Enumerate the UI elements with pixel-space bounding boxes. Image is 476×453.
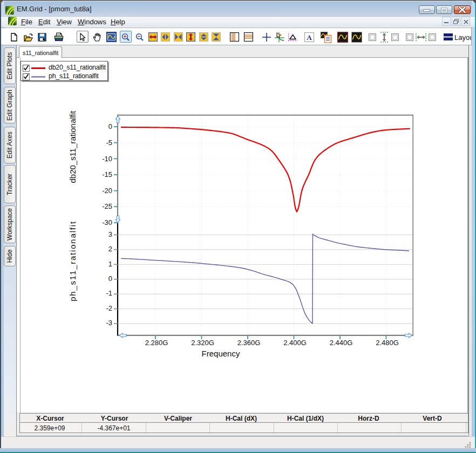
svg-text:2: 2 xyxy=(108,245,112,253)
svg-text:0: 0 xyxy=(108,274,112,283)
svg-text:-25: -25 xyxy=(102,202,112,210)
svg-text:2.480G: 2.480G xyxy=(376,339,399,347)
svg-text:-15: -15 xyxy=(102,170,112,179)
svg-text:0: 0 xyxy=(108,122,112,131)
svg-text:-3: -3 xyxy=(106,319,112,327)
svg-text:-20: -20 xyxy=(102,187,112,195)
svg-text:-10: -10 xyxy=(102,155,112,163)
svg-text:ph_s11_rationalfit: ph_s11_rationalfit xyxy=(68,221,77,301)
svg-text:3: 3 xyxy=(108,230,112,238)
svg-text:db20_s11_rationalfit: db20_s11_rationalfit xyxy=(68,111,77,183)
svg-text:-1: -1 xyxy=(106,289,112,297)
svg-text:-5: -5 xyxy=(106,139,112,147)
svg-text:2.440G: 2.440G xyxy=(330,339,353,347)
svg-text:2.320G: 2.320G xyxy=(191,339,214,347)
svg-text:Frequency: Frequency xyxy=(202,349,240,358)
svg-text:-2: -2 xyxy=(106,304,112,312)
svg-text:2.400G: 2.400G xyxy=(283,339,307,347)
svg-text:-30: -30 xyxy=(102,218,112,226)
svg-text:2.280G: 2.280G xyxy=(145,339,168,347)
svg-text:2.360G: 2.360G xyxy=(237,339,261,347)
svg-text:1: 1 xyxy=(108,260,112,268)
